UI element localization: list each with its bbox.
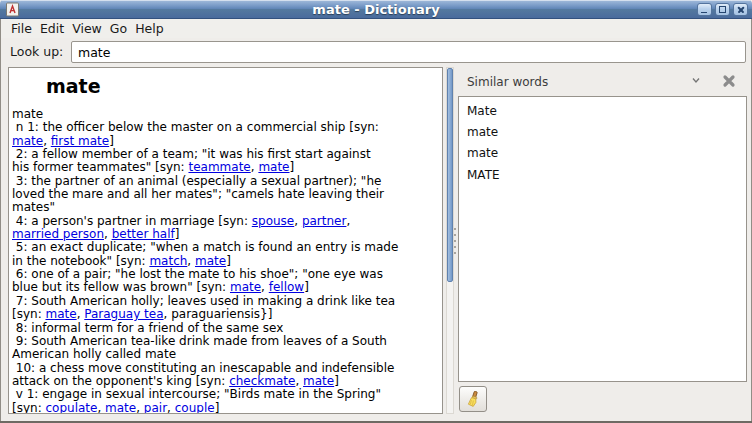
- close-button[interactable]: [733, 3, 748, 16]
- definition-text: ]: [334, 374, 339, 388]
- definition-scrollbar-thumb[interactable]: [447, 68, 453, 282]
- definition-text: 9: South American tea-like drink made fr…: [12, 334, 387, 348]
- definition-line: 5: an exact duplicate; "when a match is …: [12, 241, 442, 254]
- synonym-link[interactable]: teammate: [188, 160, 250, 174]
- definition-text: 7: South American holly; leaves used in …: [12, 294, 395, 308]
- definition-line: 4: a person's partner in marriage [syn: …: [12, 215, 442, 228]
- lookup-input[interactable]: [71, 41, 746, 63]
- synonym-link[interactable]: mate: [303, 374, 334, 388]
- definition-text: mates": [12, 200, 55, 214]
- definition-text: American holly called mate: [12, 347, 176, 361]
- definition-text: [syn:: [12, 401, 46, 414]
- synonym-link[interactable]: checkmate: [229, 374, 295, 388]
- maximize-icon: [716, 4, 729, 15]
- definition-panel[interactable]: mate mate n 1: the officer below the mas…: [8, 67, 443, 414]
- definition-text: ]: [109, 134, 114, 148]
- close-icon: [734, 4, 747, 15]
- definition-line: [syn: copulate, mate, pair, couple]: [12, 402, 442, 414]
- definition-line: married person, better half]: [12, 228, 442, 241]
- definition-text: loved the mare and all her mates"; "came…: [12, 187, 384, 201]
- synonym-link[interactable]: partner: [302, 214, 347, 228]
- similar-words-title: Similar words: [467, 75, 548, 89]
- definition-line: n 1: the officer below the master on a c…: [12, 121, 442, 134]
- menubar: FileEditViewGoHelp: [1, 19, 751, 38]
- definition-line: 9: South American tea-like drink made fr…: [12, 335, 442, 348]
- definition-text: ]: [175, 227, 180, 241]
- clear-button[interactable]: [459, 386, 487, 412]
- titlebar-highlight: [2, 0, 750, 1]
- definition-line: his former teammates" [syn: teammate, ma…: [12, 161, 442, 174]
- window-border-left: [0, 19, 1, 423]
- definition-text: blue but its fellow was brown" [syn:: [12, 280, 230, 294]
- definition-text: ]: [304, 280, 309, 294]
- similar-word-item[interactable]: mate: [459, 143, 746, 164]
- definition-line: 10: a chess move constituting an inescap…: [12, 362, 442, 375]
- definition-headword: mate: [46, 75, 442, 97]
- synonym-link[interactable]: mate: [12, 134, 43, 148]
- chevron-down-icon[interactable]: [692, 77, 700, 84]
- definition-line: 2: a fellow member of a team; "it was hi…: [12, 148, 442, 161]
- definition-text: , paraguariensis}]: [164, 307, 273, 321]
- definition-line: mate: [12, 108, 442, 121]
- synonym-link[interactable]: pair: [144, 401, 167, 414]
- minimize-icon: [698, 4, 711, 15]
- menu-file[interactable]: File: [7, 19, 36, 36]
- maximize-button[interactable]: [715, 3, 730, 16]
- synonym-link[interactable]: mate: [195, 254, 226, 268]
- synonym-link[interactable]: copulate: [46, 401, 98, 414]
- definition-text: 3: the partner of an animal (especially …: [12, 174, 381, 188]
- definition-text: ,: [167, 401, 175, 414]
- definition-text: ,: [187, 254, 195, 268]
- synonym-link[interactable]: fellow: [269, 280, 304, 294]
- synonym-link[interactable]: Paraguay tea: [84, 307, 163, 321]
- similar-word-item[interactable]: MATE: [459, 164, 746, 185]
- menu-go[interactable]: Go: [106, 19, 131, 36]
- definition-body: mate n 1: the officer below the master o…: [9, 108, 442, 414]
- definition-line: 6: one of a pair; "he lost the mate to h…: [12, 268, 442, 281]
- similar-words-list: MatematemateMATE: [458, 96, 747, 382]
- definition-text: ,: [261, 280, 269, 294]
- definition-line: [syn: mate, Paraguay tea, paraguariensis…: [12, 308, 442, 321]
- synonym-link[interactable]: match: [149, 254, 187, 268]
- definition-text: ]: [215, 401, 220, 414]
- broom-icon: [465, 391, 481, 407]
- similar-word-item[interactable]: Mate: [459, 100, 746, 121]
- definition-text: 6: one of a pair; "he lost the mate to h…: [12, 267, 383, 281]
- definition-line: attack on the opponent's king [syn: chec…: [12, 375, 442, 388]
- definition-text: ,: [295, 374, 303, 388]
- similar-words-header: Similar words: [458, 67, 747, 96]
- definition-text: 4: a person's partner in marriage [syn:: [12, 214, 252, 228]
- definition-text: 10: a chess move constituting an inescap…: [12, 361, 394, 375]
- menu-view[interactable]: View: [68, 19, 106, 36]
- definition-line: in the notebook" [syn: match, mate]: [12, 255, 442, 268]
- definition-line: v 1: engage in sexual intercourse; "Bird…: [12, 388, 442, 401]
- definition-text: ,: [346, 214, 350, 228]
- synonym-link[interactable]: better half: [112, 227, 175, 241]
- synonym-link[interactable]: first mate: [51, 134, 109, 148]
- definition-text: v 1: engage in sexual intercourse; "Bird…: [12, 387, 381, 401]
- similar-word-item[interactable]: mate: [459, 121, 746, 142]
- synonym-link[interactable]: mate: [230, 280, 261, 294]
- dictionary-window: mate - Dictionary FileEditViewGoHelp Loo…: [0, 0, 752, 423]
- minimize-button[interactable]: [697, 3, 712, 16]
- synonym-link[interactable]: couple: [175, 401, 215, 414]
- synonym-link[interactable]: mate: [258, 160, 289, 174]
- definition-line: mate, first mate]: [12, 135, 442, 148]
- synonym-link[interactable]: mate: [46, 307, 77, 321]
- definition-line: mates": [12, 201, 442, 214]
- sidebar-close-icon[interactable]: [721, 73, 737, 89]
- synonym-link[interactable]: spouse: [252, 214, 294, 228]
- definition-text: ]: [290, 160, 295, 174]
- definition-line: 3: the partner of an animal (especially …: [12, 175, 442, 188]
- menu-edit[interactable]: Edit: [36, 19, 68, 36]
- definition-text: ,: [104, 227, 112, 241]
- synonym-link[interactable]: married person: [12, 227, 104, 241]
- menu-help[interactable]: Help: [131, 19, 168, 36]
- titlebar[interactable]: mate - Dictionary: [0, 0, 752, 19]
- definition-line: blue but its fellow was brown" [syn: mat…: [12, 281, 442, 294]
- synonym-link[interactable]: mate: [105, 401, 136, 414]
- definition-text: ,: [97, 401, 105, 414]
- definition-text: 5: an exact duplicate; "when a match is …: [12, 240, 398, 254]
- pane-splitter-handle[interactable]: [454, 228, 456, 254]
- definition-text: attack on the opponent's king [syn:: [12, 374, 229, 388]
